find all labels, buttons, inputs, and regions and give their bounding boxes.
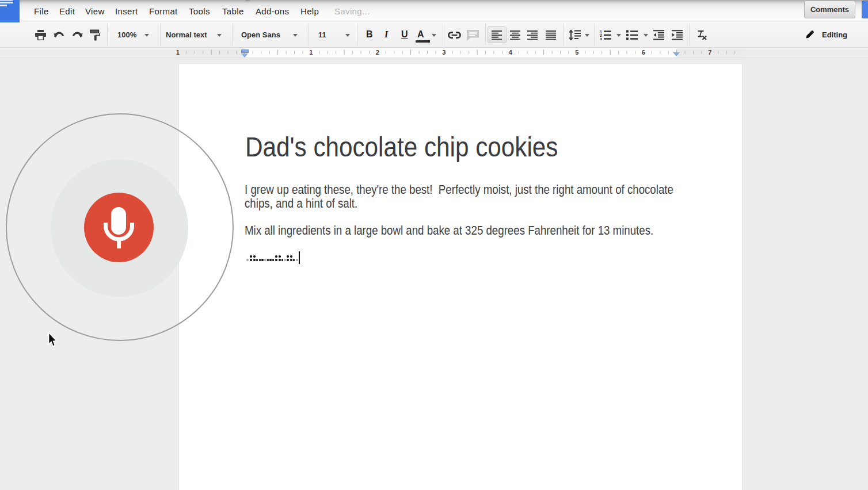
svg-text:3: 3 [600,37,602,41]
